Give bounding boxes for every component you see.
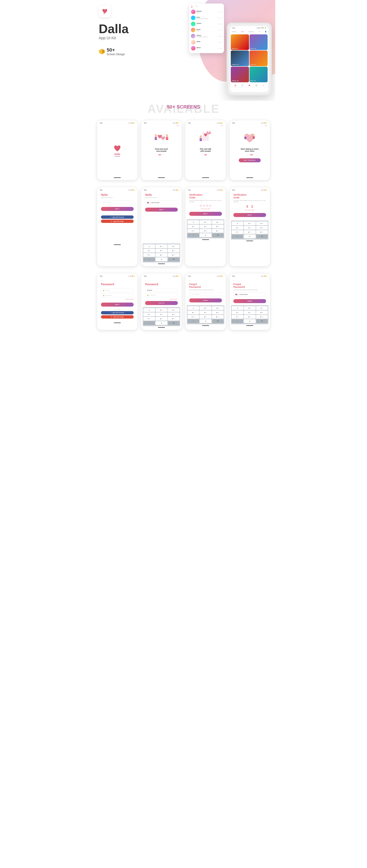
key-8[interactable]: 8TUV xyxy=(156,317,167,321)
back-arrow-icon[interactable]: ‹ xyxy=(233,279,266,281)
key-3[interactable]: 3DEF xyxy=(168,244,179,248)
key-2[interactable]: 2ABC xyxy=(156,308,167,312)
key-4[interactable]: 4GHI xyxy=(188,311,199,314)
next-button[interactable]: NEXT xyxy=(101,303,134,307)
next-button[interactable]: NEXT xyxy=(233,213,266,217)
key-star[interactable]: * xyxy=(143,321,155,325)
key-5[interactable]: 5JKL xyxy=(200,225,211,228)
resend-link[interactable]: Didn't receive SMS? xyxy=(189,208,222,209)
key-6[interactable]: 6MNO xyxy=(256,226,268,230)
key-star[interactable]: * xyxy=(188,319,199,323)
facebook-login-button[interactable]: f Login with Facebook xyxy=(101,311,134,314)
phone-input[interactable]: 🇺🇸 +1 606 433 5099 xyxy=(145,200,178,205)
key-8[interactable]: 8TUV xyxy=(156,253,167,257)
password-input[interactable]: 🔒 Password xyxy=(101,288,134,292)
key-6[interactable]: 6MNO xyxy=(168,312,179,316)
key-7[interactable]: 7PQRS xyxy=(188,229,199,233)
get-started-button[interactable]: GET STARTED xyxy=(239,158,261,162)
phone-input[interactable]: Phone number xyxy=(189,292,222,296)
key-4[interactable]: 4GHI xyxy=(143,249,155,253)
key-3[interactable]: 3DEF xyxy=(256,221,268,225)
key-delete[interactable]: ⌫ xyxy=(168,321,179,325)
back-arrow-icon[interactable]: ‹ xyxy=(145,279,178,281)
key-5[interactable]: 5JKL xyxy=(156,312,167,316)
phone-input[interactable]: Phone number xyxy=(101,200,134,204)
send-button[interactable]: SEND xyxy=(233,299,266,303)
key-delete[interactable]: ⌫ xyxy=(256,235,268,238)
key-1[interactable]: 1 xyxy=(188,220,199,224)
next-button[interactable]: NEXT xyxy=(145,208,178,212)
key-4[interactable]: 4GHI xyxy=(143,312,155,316)
key-3[interactable]: 3DEF xyxy=(256,306,268,310)
key-3[interactable]: 3DEF xyxy=(212,220,224,224)
login-button[interactable]: LOG IN xyxy=(145,301,178,305)
skip-button[interactable]: Skip xyxy=(176,125,179,126)
key-0[interactable]: 0 xyxy=(244,235,255,238)
key-0[interactable]: 0 xyxy=(200,319,211,323)
key-7[interactable]: 7PQRS xyxy=(232,230,243,234)
key-6[interactable]: 6MNO xyxy=(212,225,224,228)
key-star[interactable]: * xyxy=(188,233,199,237)
key-star[interactable]: * xyxy=(232,235,243,238)
key-1[interactable]: 1 xyxy=(143,308,155,312)
repassword-input[interactable]: 🔒 Re-password xyxy=(145,293,178,297)
key-2[interactable]: 2ABC xyxy=(200,220,211,224)
resend-link[interactable]: Didn't receive SMS? xyxy=(233,210,266,211)
phone-input[interactable]: 🇺🇸 +1 606 433 5099 xyxy=(233,292,266,297)
key-0[interactable]: 0 xyxy=(244,319,255,323)
key-2[interactable]: 2ABC xyxy=(200,306,211,310)
skip-button[interactable]: Skip xyxy=(221,125,223,126)
next-button[interactable]: NEXT xyxy=(101,207,134,211)
key-2[interactable]: 2ABC xyxy=(244,306,255,310)
key-6[interactable]: 6MNO xyxy=(212,311,224,314)
facebook-login-button[interactable]: f Login with Facebook xyxy=(101,215,134,219)
key-9[interactable]: 9WXYZ xyxy=(168,253,179,257)
key-5[interactable]: 5JKL xyxy=(200,311,211,314)
back-arrow-icon[interactable]: ‹ xyxy=(189,279,222,281)
google-login-button[interactable]: G Login with Google xyxy=(101,315,134,318)
key-0[interactable]: 0 xyxy=(156,257,167,261)
key-star[interactable]: * xyxy=(143,257,155,261)
key-7[interactable]: 7PQRS xyxy=(143,317,155,321)
key-4[interactable]: 4GHI xyxy=(188,225,199,228)
key-1[interactable]: 1 xyxy=(143,244,155,248)
key-6[interactable]: 6MNO xyxy=(256,311,268,314)
key-8[interactable]: 8TUV xyxy=(244,315,255,319)
key-5[interactable]: 5JKL xyxy=(156,249,167,253)
back-arrow-icon[interactable]: ‹ xyxy=(101,279,134,281)
key-4[interactable]: 4GHI xyxy=(232,226,243,230)
key-3[interactable]: 3DEF xyxy=(212,306,224,310)
password-input[interactable]: ●●●●●●● xyxy=(145,288,178,292)
key-2[interactable]: 2ABC xyxy=(244,221,255,225)
key-delete[interactable]: ⌫ xyxy=(256,319,268,323)
google-login-button[interactable]: G Login with Google xyxy=(101,220,134,223)
key-delete[interactable]: ⌫ xyxy=(212,233,224,237)
key-1[interactable]: 1 xyxy=(232,221,243,225)
key-9[interactable]: 9WXYZ xyxy=(212,229,224,233)
key-7[interactable]: 7PQRS xyxy=(232,315,243,319)
key-8[interactable]: 8TUV xyxy=(244,230,255,234)
key-9[interactable]: 9WXYZ xyxy=(256,315,268,319)
key-1[interactable]: 1 xyxy=(232,306,243,310)
key-9[interactable]: 9WXYZ xyxy=(168,317,179,321)
key-delete[interactable]: ⌫ xyxy=(168,257,179,261)
key-delete[interactable]: ⌫ xyxy=(212,319,224,323)
key-6[interactable]: 6MNO xyxy=(168,249,179,253)
repassword-input[interactable]: 🔒 Re-password xyxy=(101,293,134,298)
key-0[interactable]: 0 xyxy=(200,233,211,237)
key-5[interactable]: 5JKL xyxy=(244,226,255,230)
send-button[interactable]: SEND xyxy=(189,299,222,302)
key-1[interactable]: 1 xyxy=(188,306,199,310)
key-4[interactable]: 4GHI xyxy=(232,311,243,314)
skip-button[interactable]: Skip xyxy=(265,125,267,126)
key-3[interactable]: 3DEF xyxy=(168,308,179,312)
next-button[interactable]: NEXT xyxy=(189,212,222,216)
forgot-password-link[interactable]: Forgot password? xyxy=(101,299,134,300)
key-5[interactable]: 5JKL xyxy=(244,311,255,314)
forgot-password-link[interactable]: Forgot password? xyxy=(145,299,178,300)
key-star[interactable]: * xyxy=(232,319,243,323)
key-8[interactable]: 8TUV xyxy=(200,315,211,319)
key-7[interactable]: 7PQRS xyxy=(188,315,199,319)
key-8[interactable]: 8TUV xyxy=(200,229,211,233)
key-9[interactable]: 9WXYZ xyxy=(212,315,224,319)
